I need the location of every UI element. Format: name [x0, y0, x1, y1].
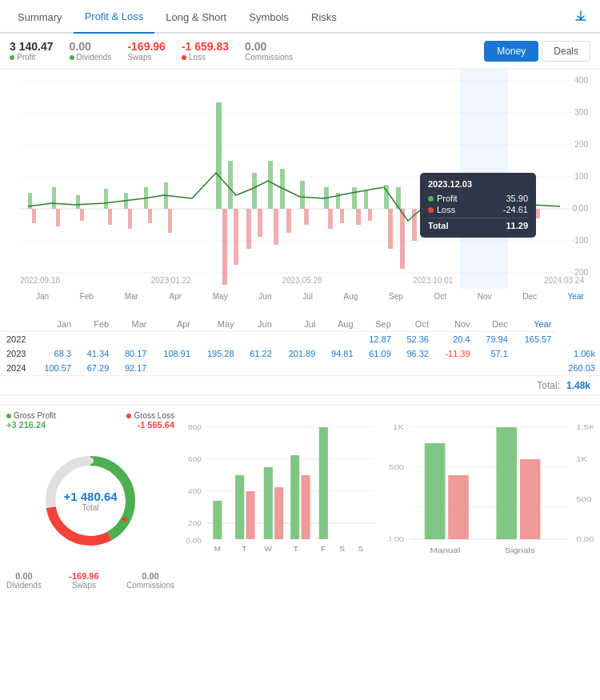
gross-loss-label: Gross Loss -1 565.64: [126, 411, 174, 430]
tooltip-total-value: 11.29: [506, 221, 528, 230]
svg-rect-16: [52, 187, 56, 209]
svg-rect-18: [104, 189, 108, 209]
svg-rect-82: [246, 491, 254, 539]
button-group: Money Deals: [484, 41, 590, 62]
svg-rect-50: [258, 209, 262, 237]
stat-loss: -1 659.83 Loss: [182, 40, 229, 62]
svg-text:F: F: [321, 544, 326, 552]
gross-loss-value: -1 565.64: [126, 420, 174, 430]
dividends-bottom-label: Dividends: [6, 581, 42, 590]
tab-summary[interactable]: Summary: [6, 0, 74, 34]
th-year: Year: [513, 317, 557, 332]
deals-button[interactable]: Deals: [542, 41, 590, 62]
svg-rect-86: [301, 475, 310, 539]
svg-text:300: 300: [574, 108, 588, 117]
stat-commissions-value: 0.00: [245, 40, 266, 53]
th-year: [0, 317, 32, 332]
svg-rect-44: [128, 209, 132, 229]
th-jan: Jan: [32, 317, 76, 332]
svg-rect-81: [235, 475, 244, 539]
svg-text:0.00: 0.00: [186, 536, 201, 544]
svg-rect-31: [364, 190, 368, 209]
donut-section: Gross Profit +3 216.24 Gross Loss -1 565…: [6, 411, 174, 590]
th-nov: Nov: [434, 317, 475, 332]
dividends-bottom-value: 0.00: [6, 571, 42, 581]
download-icon[interactable]: [568, 0, 594, 32]
svg-rect-42: [80, 209, 84, 221]
svg-text:1K: 1K: [393, 423, 404, 431]
svg-rect-52: [286, 209, 291, 233]
tab-symbols[interactable]: Symbols: [238, 0, 300, 34]
gross-profit-value: +3 216.24: [6, 420, 56, 430]
tooltip-total-label: Total: [428, 221, 448, 230]
svg-text:200: 200: [188, 518, 202, 526]
svg-text:T: T: [242, 544, 246, 552]
svg-rect-54: [328, 209, 333, 229]
svg-rect-56: [356, 209, 361, 225]
table-header-row: Jan Feb Mar Apr May Jun Jul Aug Sep Oct …: [0, 317, 600, 332]
main-chart: 400 300 200 100 0.00 -100 -200: [0, 69, 600, 317]
data-table-container: Jan Feb Mar Apr May Jun Jul Aug Sep Oct …: [0, 317, 600, 376]
table-row-2024: 2024 100.57 67.29 92.17 260.03: [0, 361, 600, 375]
svg-rect-58: [388, 209, 393, 249]
tab-risks[interactable]: Risks: [300, 0, 348, 34]
stat-loss-label: Loss: [182, 53, 229, 62]
svg-text:S: S: [339, 544, 345, 552]
svg-text:500: 500: [576, 495, 591, 503]
svg-rect-22: [216, 102, 222, 209]
svg-text:200: 200: [574, 140, 588, 149]
chart-tooltip: 2023.12.03 Profit 35.90 Loss -24.61 Tota…: [420, 173, 536, 238]
year-2024: 2024: [0, 361, 32, 375]
donut-top-labels: Gross Profit +3 216.24 Gross Loss -1 565…: [6, 411, 174, 430]
stat-swaps: -169.96 Swaps: [127, 40, 165, 62]
svg-text:W: W: [265, 544, 272, 552]
profit-loss-table: Jan Feb Mar Apr May Jun Jul Aug Sep Oct …: [0, 317, 600, 375]
tooltip-profit-row: Profit 35.90: [428, 193, 528, 204]
svg-rect-84: [274, 487, 283, 539]
svg-rect-30: [352, 187, 357, 209]
svg-text:S: S: [358, 544, 364, 552]
bottom-section: Gross Profit +3 216.24 Gross Loss -1 565…: [0, 404, 600, 596]
svg-point-69: [87, 458, 94, 464]
svg-rect-107: [448, 475, 469, 539]
tab-profit-loss[interactable]: Profit & Loss: [74, 0, 155, 34]
svg-rect-106: [425, 443, 446, 539]
tabs-bar: Summary Profit & Loss Long & Short Symbo…: [0, 0, 600, 34]
stat-dividends-value: 0.00: [70, 40, 91, 53]
tooltip-date: 2023.12.03: [428, 179, 528, 189]
th-aug: Aug: [320, 317, 358, 332]
svg-rect-47: [222, 209, 227, 285]
th-jul: Jul: [277, 317, 321, 332]
stat-commissions: 0.00 Commissions: [245, 40, 293, 62]
signal-chart: 1K 500 0.00 1.5K 1K 500 0.00 Manual Sign…: [389, 411, 594, 590]
svg-rect-85: [290, 455, 299, 539]
dividends-bottom: 0.00 Dividends: [6, 571, 42, 590]
stat-dividends-label: Dividends: [70, 53, 112, 62]
dividends-dot: [70, 55, 74, 60]
th-sep: Sep: [358, 317, 396, 332]
svg-point-70: [122, 517, 127, 522]
svg-rect-24: [252, 173, 257, 209]
donut-total-value: +1 480.64: [63, 490, 117, 503]
donut-center-text: +1 480.64 Total: [63, 490, 117, 512]
svg-rect-109: [520, 459, 541, 539]
svg-text:M: M: [214, 544, 221, 552]
svg-text:0.00: 0.00: [576, 535, 594, 543]
th-may: May: [195, 317, 239, 332]
tooltip-loss-value: -24.61: [503, 205, 528, 214]
swaps-bottom-label: Swaps: [69, 581, 98, 590]
svg-rect-48: [234, 209, 238, 265]
svg-text:400: 400: [574, 76, 588, 85]
donut-chart: +1 480.64 Total: [6, 433, 174, 568]
money-button[interactable]: Money: [484, 41, 538, 62]
svg-text:100: 100: [574, 172, 588, 181]
svg-text:600: 600: [188, 454, 202, 462]
svg-rect-40: [32, 209, 36, 223]
svg-rect-43: [108, 209, 112, 225]
svg-rect-41: [56, 209, 60, 226]
svg-text:0.00: 0.00: [389, 535, 404, 543]
tab-long-short[interactable]: Long & Short: [154, 0, 238, 34]
th-mar: Mar: [114, 317, 151, 332]
svg-rect-27: [300, 181, 305, 209]
x-axis-months: Jan Feb Mar Apr May Jun Jul Aug Sep Oct …: [36, 292, 584, 301]
